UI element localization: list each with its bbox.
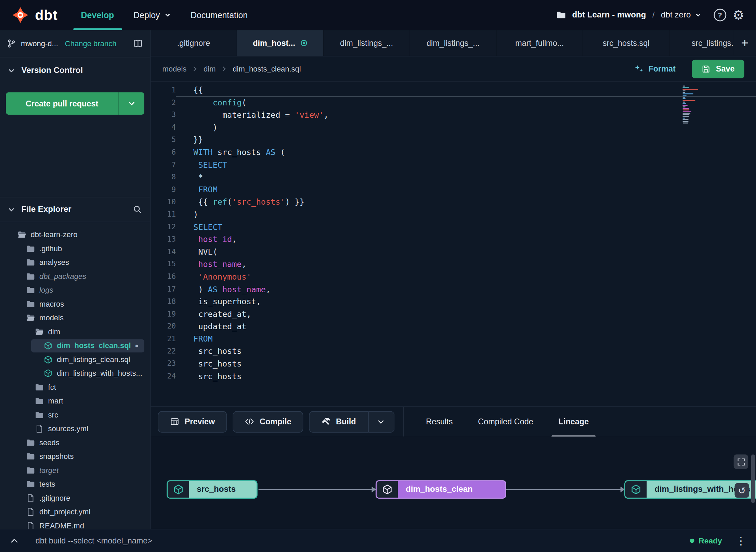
file-explorer-header[interactable]: File Explorer — [0, 197, 150, 222]
build-button[interactable]: Build — [309, 411, 368, 432]
tree-item-gitignore[interactable]: .gitignore — [0, 491, 150, 505]
tree-item-dim[interactable]: dim — [0, 325, 150, 338]
tree-item-tests[interactable]: tests — [0, 477, 150, 491]
code-line[interactable]: 15 host_name, — [151, 258, 756, 271]
tree-item-github[interactable]: .github — [0, 242, 150, 256]
pull-request-options-button[interactable] — [118, 92, 144, 115]
lineage-canvas[interactable]: ↺ src_hostsdim_hosts_cleandim_listings_w… — [151, 436, 756, 529]
code-line[interactable]: 6WITH src_hosts AS ( — [151, 146, 756, 158]
code-line[interactable]: 22 src_hosts — [151, 345, 756, 358]
nav-menu-deploy[interactable]: Deploy — [124, 0, 181, 30]
editor-tab-dim-listings[interactable]: dim_listings_... — [410, 30, 497, 56]
docs-book-icon[interactable] — [133, 39, 143, 48]
panel-tab-lineage[interactable]: Lineage — [546, 407, 601, 437]
code-line[interactable]: 19 created_at, — [151, 308, 756, 320]
line-number: 3 — [151, 109, 176, 121]
code-line[interactable]: 10 {{ ref('src_hosts') }} — [151, 196, 756, 208]
tree-item-target[interactable]: target — [0, 463, 150, 477]
panel-tab-results[interactable]: Results — [413, 407, 465, 437]
project-name[interactable]: dbt Learn - mwong — [572, 10, 646, 20]
fullscreen-button[interactable] — [734, 454, 748, 469]
breadcrumb-item[interactable]: dim — [204, 64, 216, 73]
code-line[interactable]: 8 * — [151, 171, 756, 183]
editor-tab-src-hosts-sql[interactable]: src_hosts.sql — [583, 30, 669, 56]
tree-item-dim-listings-with-hosts[interactable]: dim_listings_with_hosts... — [0, 367, 150, 380]
tree-item-src[interactable]: src — [0, 408, 150, 422]
compile-button[interactable]: Compile — [233, 411, 303, 432]
tree-item-snapshots[interactable]: snapshots — [0, 450, 150, 463]
code-line[interactable]: 1{{ — [151, 84, 756, 97]
tree-item-mart[interactable]: mart — [0, 394, 150, 408]
chevron-up-icon[interactable] — [10, 536, 19, 545]
minimap[interactable] — [683, 86, 702, 124]
format-button[interactable]: Format — [633, 64, 675, 73]
code-line[interactable]: 20 updated_at — [151, 320, 756, 333]
breadcrumb-item[interactable]: models — [162, 64, 186, 73]
code-line[interactable]: 4 ) — [151, 121, 756, 134]
code-line[interactable]: 2 config( — [151, 97, 756, 109]
search-icon[interactable] — [133, 205, 142, 214]
code-line[interactable]: 12SELECT — [151, 221, 756, 233]
tree-item-dim-listings-clean-sql[interactable]: dim_listings_clean.sql — [0, 352, 150, 366]
tree-item-dbt-packages[interactable]: dbt_packages — [0, 270, 150, 283]
code-text: is_superhost, — [176, 296, 756, 308]
breadcrumb-item-current[interactable]: dim_hosts_clean.sql — [233, 64, 301, 73]
command-input[interactable]: dbt build --select <model_name> — [36, 536, 152, 545]
panel-tab-compiled-code[interactable]: Compiled Code — [465, 407, 546, 437]
editor-tab-dim-listings[interactable]: dim_listings_... — [324, 30, 410, 56]
editor-tab-gitignore[interactable]: .gitignore — [151, 30, 237, 56]
tree-item-sources-yml[interactable]: sources.yml — [0, 422, 150, 436]
code-line[interactable]: 24 src_hosts — [151, 370, 756, 383]
nav-tab-develop[interactable]: Develop — [71, 0, 124, 30]
code-line[interactable]: 9 FROM — [151, 184, 756, 196]
tree-item-dbt-learn-zero[interactable]: dbt-learn-zero — [0, 228, 150, 242]
tree-item-macros[interactable]: macros — [0, 297, 150, 311]
code-line[interactable]: 23 src_hosts — [151, 358, 756, 370]
tree-item-readme-md[interactable]: README.md — [0, 519, 150, 529]
editor-tab-mart-fullmo[interactable]: mart_fullmo... — [497, 30, 583, 56]
tree-item-models[interactable]: models — [0, 311, 150, 325]
tree-item-dim-hosts-clean-sql[interactable]: dim_hosts_clean.sql• — [0, 339, 150, 352]
help-icon[interactable]: ? — [714, 9, 726, 22]
tree-item-logs[interactable]: logs — [0, 283, 150, 297]
tree-item-fct[interactable]: fct — [0, 380, 150, 394]
version-control-header[interactable]: Version Control — [0, 57, 150, 84]
vertical-scrollbar[interactable] — [751, 454, 755, 503]
minimap-line — [683, 123, 688, 124]
tree-item-seeds[interactable]: seeds — [0, 436, 150, 449]
tree-item-label: mart — [48, 397, 63, 406]
new-tab-button[interactable]: + — [734, 30, 756, 55]
code-editor[interactable]: 1{{2 config(3 materialized = 'view',4 )5… — [151, 82, 756, 407]
gear-icon[interactable]: ⚙ — [733, 9, 744, 22]
environment-name: dbt zero — [661, 10, 691, 20]
environment-selector[interactable]: dbt zero — [661, 10, 702, 20]
tree-item-dbt-project-yml[interactable]: dbt_project.yml — [0, 505, 150, 519]
kebab-menu-icon[interactable]: ⋮ — [735, 535, 746, 547]
editor-tab-dim-host[interactable]: dim_host... — [237, 30, 324, 56]
lineage-node-dim-hosts-clean[interactable]: dim_hosts_clean — [376, 480, 506, 499]
create-pull-request-button[interactable]: Create pull request — [6, 92, 144, 115]
lineage-node-src-hosts[interactable]: src_hosts — [167, 480, 258, 499]
code-line[interactable]: 14 NVL( — [151, 246, 756, 258]
history-undo-icon[interactable]: ↺ — [734, 483, 749, 498]
code-line[interactable]: 16 'Anonymous' — [151, 271, 756, 283]
code-line[interactable]: 5}} — [151, 134, 756, 146]
code-line[interactable]: 7 SELECT — [151, 159, 756, 171]
code-line[interactable]: 18 is_superhost, — [151, 296, 756, 308]
breadcrumb-bar: models dim dim_hosts_clean.sql Format — [151, 56, 756, 82]
code-line[interactable]: 11) — [151, 208, 756, 221]
code-line[interactable]: 17 ) AS host_name, — [151, 283, 756, 295]
build-options-button[interactable] — [368, 411, 394, 432]
change-branch-link[interactable]: Change branch — [65, 39, 117, 48]
code-line[interactable]: 13 host_id, — [151, 233, 756, 246]
code-line[interactable]: 3 materialized = 'view', — [151, 109, 756, 121]
save-button[interactable]: Save — [692, 60, 744, 78]
tree-item-label: dbt_packages — [39, 272, 86, 281]
preview-button[interactable]: Preview — [158, 411, 227, 432]
code-line[interactable]: 21FROM — [151, 333, 756, 345]
dbt-logo[interactable]: dbt — [0, 0, 71, 30]
code-text: src_hosts — [176, 345, 756, 358]
current-branch-name[interactable]: mwong-d... — [21, 39, 58, 48]
tree-item-analyses[interactable]: analyses — [0, 256, 150, 269]
nav-tab-documentation[interactable]: Documentation — [181, 0, 258, 30]
